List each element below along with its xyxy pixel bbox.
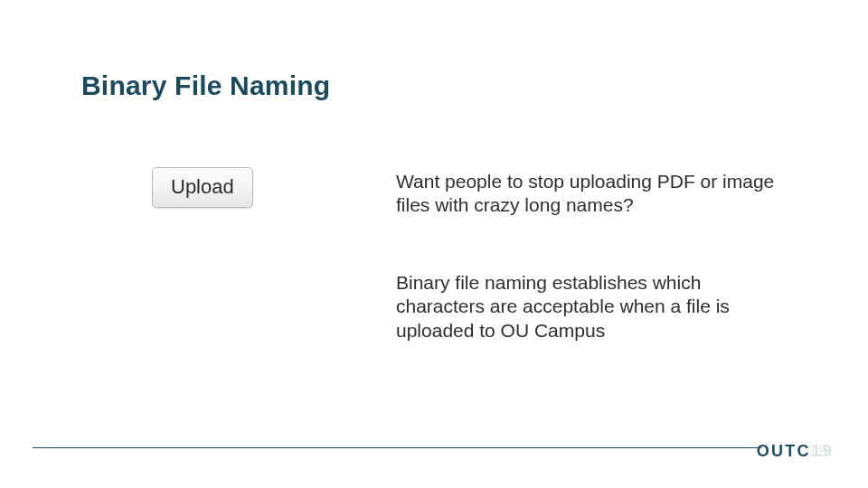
body-paragraph-2: Binary file naming establishes which cha…	[396, 271, 776, 343]
brand-prefix: OUTC	[757, 442, 811, 461]
brand-logo: OUTC19	[757, 442, 834, 461]
slide-title: Binary File Naming	[81, 70, 330, 101]
slide: Binary File Naming Upload Want people to…	[0, 0, 868, 488]
upload-button[interactable]: Upload	[152, 167, 253, 208]
footer-divider	[33, 447, 761, 448]
body-paragraph-1: Want people to stop uploading PDF or ima…	[396, 170, 776, 218]
brand-suffix-ghost: 19	[812, 442, 834, 461]
